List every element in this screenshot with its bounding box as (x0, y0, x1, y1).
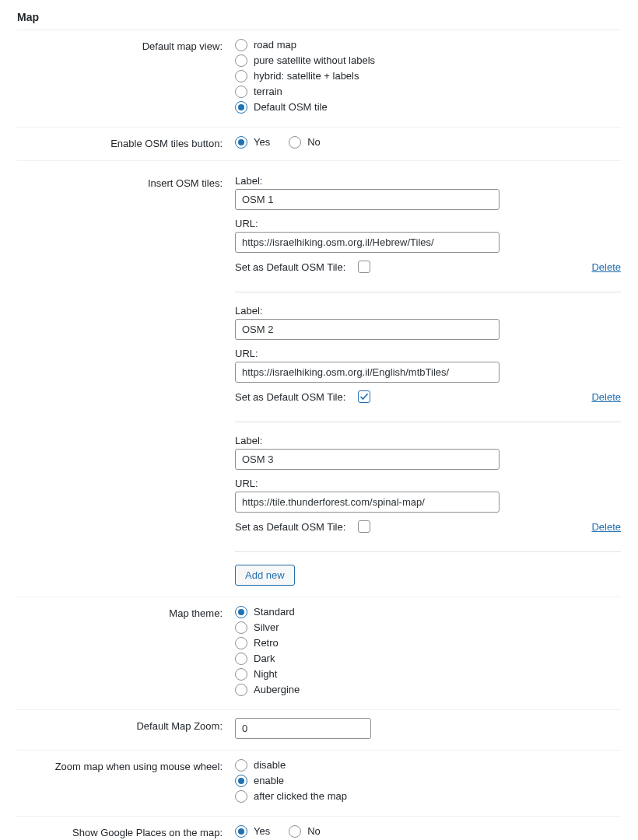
default-map-view-option[interactable]: hybrid: satellite + labels (235, 69, 621, 83)
osm-tile-label-input[interactable] (235, 449, 500, 470)
row-enable-osm-tiles: Enable OSM tiles button: YesNo (17, 128, 621, 161)
google-places-option[interactable]: Yes (235, 824, 270, 838)
map-theme-radio[interactable] (235, 668, 247, 681)
osm-tile-label-input[interactable] (235, 189, 500, 210)
map-theme-option[interactable]: Standard (235, 605, 621, 619)
zoom-wheel-option[interactable]: after clicked the map (235, 789, 621, 803)
map-theme-option[interactable]: Dark (235, 652, 621, 666)
google-places-label: No (307, 824, 321, 838)
default-map-view-label: pure satellite without labels (254, 54, 375, 68)
delete-tile-link[interactable]: Delete (591, 261, 621, 273)
zoom-wheel-label: enable (254, 774, 284, 788)
delete-tile-link[interactable]: Delete (591, 391, 621, 403)
delete-tile-link[interactable]: Delete (591, 521, 621, 533)
map-theme-option[interactable]: Silver (235, 621, 621, 635)
map-theme-radio[interactable] (235, 621, 247, 634)
set-default-tile-checkbox[interactable] (358, 390, 370, 403)
map-theme-radio[interactable] (235, 653, 247, 665)
zoom-wheel-option[interactable]: disable (235, 758, 621, 772)
enable-osm-option[interactable]: No (289, 135, 321, 149)
osm-tile-block: Label:URL:Set as Default OSM Tile:Delete (235, 175, 621, 273)
osm-tile-url-input[interactable] (235, 362, 500, 383)
label-default-map-view: Default map view: (17, 38, 235, 52)
tile-separator (235, 292, 621, 292)
set-default-tile-label: Set as Default OSM Tile: (235, 261, 345, 273)
label-show-google-places: Show Google Places on the map: (17, 824, 235, 838)
default-map-view-option[interactable]: road map (235, 38, 621, 52)
add-new-tile-button[interactable]: Add new (235, 565, 295, 586)
map-theme-label: Standard (254, 605, 295, 619)
osm-tile-block: Label:URL:Set as Default OSM Tile:Delete (235, 305, 621, 403)
map-theme-radio[interactable] (235, 606, 247, 618)
enable-osm-radio[interactable] (289, 136, 301, 149)
map-theme-radio[interactable] (235, 637, 247, 649)
row-show-google-places: Show Google Places on the map: YesNo (17, 817, 621, 840)
map-theme-option[interactable]: Aubergine (235, 683, 621, 697)
map-theme-label: Night (254, 667, 277, 681)
default-map-view-label: Default OSM tile (254, 100, 328, 114)
label-insert-osm-tiles: Insert OSM tiles: (17, 175, 235, 189)
default-map-view-label: hybrid: satellite + labels (254, 69, 359, 83)
label-default-map-zoom: Default Map Zoom: (17, 718, 235, 732)
enable-osm-label: Yes (254, 135, 270, 149)
osm-tile-label-input[interactable] (235, 319, 500, 340)
label-map-theme: Map theme: (17, 605, 235, 619)
default-map-view-option[interactable]: Default OSM tile (235, 100, 621, 114)
row-insert-osm-tiles: Insert OSM tiles: Label:URL:Set as Defau… (17, 161, 621, 597)
enable-osm-radio[interactable] (235, 136, 247, 149)
map-theme-label: Dark (254, 652, 275, 666)
osm-tile-url-label: URL: (235, 478, 621, 489)
default-map-view-radio[interactable] (235, 70, 247, 82)
default-map-view-radio[interactable] (235, 86, 247, 98)
osm-tile-label-label: Label: (235, 175, 621, 187)
zoom-wheel-radio[interactable] (235, 790, 247, 803)
enable-osm-option[interactable]: Yes (235, 135, 270, 149)
osm-tile-url-input[interactable] (235, 492, 500, 513)
map-theme-radio[interactable] (235, 684, 247, 696)
google-places-radio[interactable] (235, 825, 247, 838)
default-map-zoom-input[interactable] (235, 718, 371, 739)
enable-osm-label: No (307, 135, 321, 149)
zoom-wheel-option[interactable]: enable (235, 774, 621, 788)
default-map-view-radio[interactable] (235, 101, 247, 114)
map-theme-label: Silver (254, 621, 279, 635)
default-map-view-label: road map (254, 38, 296, 52)
map-theme-label: Retro (254, 636, 279, 650)
osm-tile-label-label: Label: (235, 305, 621, 317)
osm-tile-url-label: URL: (235, 218, 621, 229)
row-default-map-view: Default map view: road mappure satellite… (17, 30, 621, 128)
label-enable-osm-tiles: Enable OSM tiles button: (17, 135, 235, 149)
set-default-tile-label: Set as Default OSM Tile: (235, 521, 345, 533)
set-default-tile-checkbox[interactable] (358, 520, 370, 533)
default-map-view-option[interactable]: terrain (235, 85, 621, 99)
default-map-view-radio[interactable] (235, 39, 247, 51)
tile-separator (235, 551, 621, 552)
set-default-tile-label: Set as Default OSM Tile: (235, 391, 345, 403)
google-places-radio[interactable] (289, 825, 301, 838)
osm-tile-url-label: URL: (235, 348, 621, 359)
tile-separator (235, 422, 621, 422)
osm-tile-block: Label:URL:Set as Default OSM Tile:Delete (235, 435, 621, 533)
zoom-wheel-label: after clicked the map (254, 789, 347, 803)
google-places-option[interactable]: No (289, 824, 321, 838)
label-zoom-mouse-wheel: Zoom map when using mouse wheel: (17, 758, 235, 772)
default-map-view-radio[interactable] (235, 54, 247, 67)
row-map-theme: Map theme: StandardSilverRetroDarkNightA… (17, 597, 621, 710)
row-default-map-zoom: Default Map Zoom: (17, 710, 621, 751)
default-map-view-label: terrain (254, 85, 282, 99)
set-default-tile-checkbox[interactable] (358, 261, 370, 273)
map-theme-option[interactable]: Night (235, 667, 621, 681)
google-places-label: Yes (254, 824, 270, 838)
map-theme-option[interactable]: Retro (235, 636, 621, 650)
zoom-wheel-label: disable (254, 758, 286, 772)
section-title: Map (17, 11, 621, 30)
map-theme-label: Aubergine (254, 683, 300, 697)
osm-tile-url-input[interactable] (235, 232, 500, 253)
row-zoom-mouse-wheel: Zoom map when using mouse wheel: disable… (17, 751, 621, 817)
default-map-view-option[interactable]: pure satellite without labels (235, 54, 621, 68)
zoom-wheel-radio[interactable] (235, 759, 247, 772)
zoom-wheel-radio[interactable] (235, 775, 247, 787)
osm-tile-label-label: Label: (235, 435, 621, 446)
